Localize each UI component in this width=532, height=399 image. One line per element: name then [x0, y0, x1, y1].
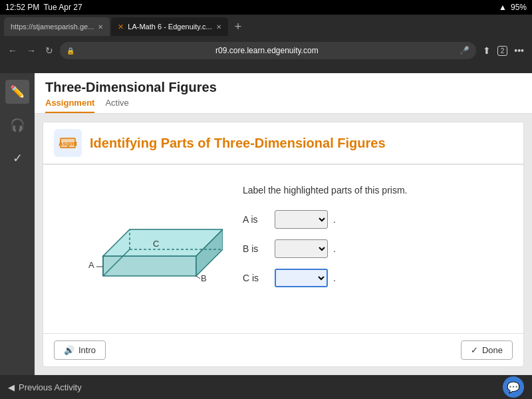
done-label: Done: [482, 345, 503, 355]
svg-text:C: C: [153, 239, 159, 249]
sidebar-calculator[interactable]: ✓: [5, 146, 29, 170]
activity-logo: Asgmt: [54, 129, 82, 157]
page-title: Three-Dimensional Figures: [45, 80, 521, 95]
question-a-label: A is: [243, 214, 269, 225]
tab-label: LA-Math 6 - Edgenuity.c...: [128, 23, 211, 31]
status-date: Tue Apr 27: [43, 3, 82, 12]
forward-button[interactable]: →: [24, 43, 39, 59]
svg-text:B: B: [201, 273, 207, 283]
tab-x-icon: ✕: [118, 23, 124, 31]
browser-chrome: https://stjamesparish.ge... ✕ ✕ LA-Math …: [0, 15, 532, 73]
status-time: 12:52 PM: [5, 3, 39, 12]
prism-svg: A B C: [63, 183, 223, 316]
activity-header: Asgmt Identifying Parts of Three-Dimensi…: [43, 122, 523, 165]
svg-marker-4: [103, 256, 196, 276]
back-button[interactable]: ←: [5, 43, 20, 59]
status-bar: 12:52 PM Tue Apr 27 ▲ 95%: [0, 0, 532, 15]
sidebar-headphone[interactable]: 🎧: [5, 113, 29, 137]
dot-b: .: [333, 243, 336, 254]
content-area: ✏️ 🎧 ✓ Three-Dimensional Figures Assignm…: [0, 73, 532, 375]
dot-a: .: [333, 214, 336, 225]
prev-arrow-icon: ◀: [8, 382, 15, 392]
svg-text:A: A: [88, 260, 94, 270]
sidebar: ✏️ 🎧 ✓: [0, 73, 35, 375]
tab-stjames[interactable]: https://stjamesparish.ge... ✕: [4, 17, 110, 36]
chat-bubble-button[interactable]: 💬: [503, 376, 524, 398]
page-area: Three-Dimensional Figures Assignment Act…: [35, 73, 532, 375]
intro-label: Intro: [78, 345, 96, 355]
more-button[interactable]: •••: [511, 44, 527, 57]
tab-close-active-icon[interactable]: ✕: [216, 23, 221, 31]
activity-body: A B C Label the highlighted parts of thi…: [43, 165, 523, 333]
tab-count[interactable]: 2: [497, 46, 508, 56]
tab-edgenuity[interactable]: ✕ LA-Math 6 - Edgenuity.c... ✕: [111, 17, 227, 36]
tab-active[interactable]: Active: [105, 98, 128, 113]
page-header: Three-Dimensional Figures Assignment Act…: [35, 73, 532, 114]
new-tab-button[interactable]: +: [229, 17, 247, 36]
reload-button[interactable]: ↻: [43, 43, 56, 59]
check-icon: ✓: [471, 345, 478, 355]
wifi-icon: ▲: [499, 3, 507, 12]
tab-assignment[interactable]: Assignment: [45, 98, 94, 113]
question-b-label: B is: [243, 243, 269, 254]
address-bar[interactable]: 🔒 r09.core.learn.edgenuity.com 🎤: [60, 42, 476, 59]
svg-text:Asgmt: Asgmt: [59, 140, 77, 147]
prev-activity-button[interactable]: ◀ Previous Activity: [8, 382, 82, 392]
intro-button[interactable]: 🔊 Intro: [54, 340, 106, 360]
question-row-c: C is face edge vertex .: [243, 269, 510, 287]
dropdown-c[interactable]: face edge vertex: [275, 269, 328, 287]
activity-panel: Asgmt Identifying Parts of Three-Dimensi…: [43, 122, 524, 367]
tab-bar: https://stjamesparish.ge... ✕ ✕ LA-Math …: [0, 15, 532, 39]
bottom-bar: ◀ Previous Activity 💬: [0, 375, 532, 399]
browser-actions: ⬆ 2 •••: [480, 44, 527, 57]
question-row-b: B is face edge vertex .: [243, 239, 510, 258]
instruction-text: Label the highlighted parts of this pris…: [243, 185, 510, 196]
question-c-label: C is: [243, 273, 269, 283]
speaker-icon: 🔊: [64, 345, 74, 355]
activity-footer: 🔊 Intro ✓ Done: [43, 333, 523, 366]
tab-close-icon[interactable]: ✕: [98, 23, 103, 31]
url-text: r09.core.learn.edgenuity.com: [78, 46, 456, 55]
diagram-area: A B C: [57, 178, 229, 320]
dot-c: .: [333, 273, 336, 283]
battery-status: 95%: [511, 3, 527, 12]
page-tabs: Assignment Active: [45, 98, 521, 113]
question-row-a: A is face edge vertex .: [243, 210, 510, 229]
chat-icon: 💬: [507, 381, 520, 394]
done-button[interactable]: ✓ Done: [461, 340, 513, 360]
dropdown-a[interactable]: face edge vertex: [275, 210, 328, 229]
address-bar-row: ← → ↻ 🔒 r09.core.learn.edgenuity.com 🎤 ⬆…: [0, 39, 532, 63]
mic-icon: 🎤: [460, 46, 469, 55]
sidebar-pencil[interactable]: ✏️: [5, 80, 29, 104]
questions-area: Label the highlighted parts of this pris…: [243, 178, 510, 320]
lock-icon: 🔒: [66, 47, 74, 55]
prev-activity-label: Previous Activity: [19, 382, 82, 392]
share-button[interactable]: ⬆: [480, 44, 493, 57]
tab-label: https://stjamesparish.ge...: [11, 23, 94, 31]
dropdown-b[interactable]: face edge vertex: [275, 239, 328, 258]
activity-title: Identifying Parts of Three-Dimensional F…: [90, 136, 386, 151]
svg-line-14: [196, 276, 200, 279]
